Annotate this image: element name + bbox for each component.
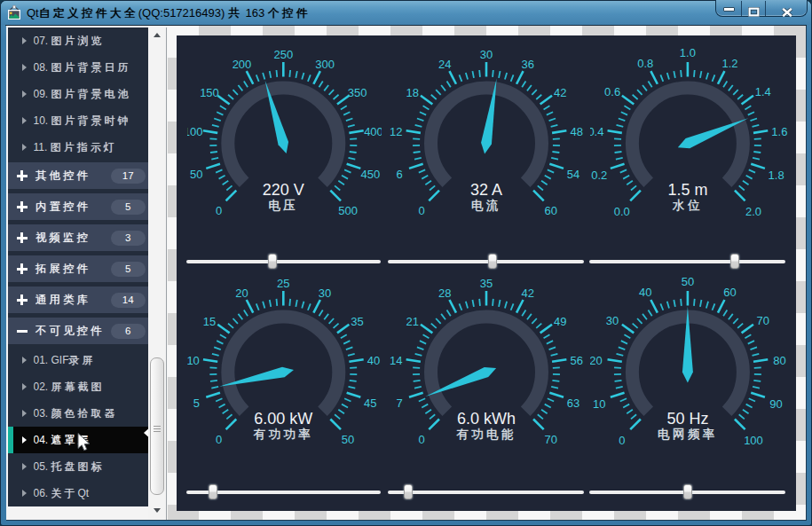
svg-text:150: 150 [200,86,219,99]
svg-text:水位: 水位 [671,199,702,212]
svg-text:25: 25 [277,277,289,290]
svg-text:200: 200 [233,58,252,71]
svg-text:49: 49 [554,315,566,328]
svg-text:0.2: 0.2 [591,169,607,182]
svg-text:50 Hz: 50 Hz [666,410,708,428]
svg-text:56: 56 [570,354,582,367]
svg-text:6.0 kWh: 6.0 kWh [457,410,516,428]
svg-text:21: 21 [406,315,418,328]
svg-text:40: 40 [367,354,380,367]
svg-text:0: 0 [419,204,425,217]
svg-text:0.4: 0.4 [590,125,603,138]
svg-text:350: 350 [348,86,367,99]
svg-text:10: 10 [187,354,200,367]
svg-text:36: 36 [522,58,534,71]
svg-text:80: 80 [773,354,785,367]
svg-text:30: 30 [605,314,618,327]
svg-text:12: 12 [390,125,402,138]
svg-text:50: 50 [681,275,693,288]
svg-text:300: 300 [315,58,335,71]
svg-text:0: 0 [619,434,625,447]
svg-text:50: 50 [190,168,202,181]
svg-text:400: 400 [364,125,381,138]
svg-text:有功电能: 有功电能 [456,428,516,441]
svg-text:35: 35 [351,315,363,328]
svg-text:0.0: 0.0 [613,205,629,218]
svg-text:5: 5 [193,396,200,410]
svg-text:6.00 kW: 6.00 kW [254,410,312,428]
svg-text:18: 18 [406,86,418,99]
svg-text:30: 30 [319,287,331,300]
svg-text:28: 28 [438,287,451,300]
svg-text:35: 35 [480,277,493,290]
svg-text:70: 70 [545,433,557,446]
svg-text:有功功率: 有功功率 [253,428,313,441]
svg-text:60: 60 [723,286,736,299]
svg-text:90: 90 [769,397,782,411]
svg-text:32 A: 32 A [470,181,502,199]
svg-text:1.2: 1.2 [721,57,737,70]
svg-text:40: 40 [639,286,651,299]
svg-text:54: 54 [567,168,579,181]
svg-text:250: 250 [273,48,293,61]
svg-text:450: 450 [360,168,380,181]
svg-text:50: 50 [342,433,354,446]
svg-text:2.0: 2.0 [745,205,761,218]
svg-text:45: 45 [364,396,376,410]
svg-text:电网频率: 电网频率 [658,428,718,441]
svg-text:1.5 m: 1.5 m [667,181,707,199]
svg-text:1.6: 1.6 [771,125,787,138]
svg-text:10: 10 [592,397,604,411]
svg-text:1.4: 1.4 [754,85,770,98]
svg-text:0: 0 [216,204,222,217]
svg-text:100: 100 [187,125,202,138]
svg-text:63: 63 [567,396,579,410]
svg-text:42: 42 [522,287,534,300]
svg-text:100: 100 [744,434,763,447]
svg-text:48: 48 [570,125,582,138]
svg-text:20: 20 [590,354,603,367]
svg-text:30: 30 [480,48,493,61]
svg-text:电流: 电流 [471,199,501,212]
svg-text:14: 14 [390,354,402,367]
svg-text:0: 0 [216,433,222,446]
svg-text:1.0: 1.0 [679,46,695,59]
svg-text:电压: 电压 [268,199,298,212]
svg-text:7: 7 [396,396,402,410]
svg-text:0.8: 0.8 [637,57,653,70]
svg-text:0.6: 0.6 [604,85,620,98]
svg-text:15: 15 [203,315,216,328]
svg-text:70: 70 [756,314,769,327]
svg-text:0: 0 [419,433,425,446]
svg-text:24: 24 [438,58,451,71]
svg-text:20: 20 [235,287,248,300]
svg-text:60: 60 [545,204,557,217]
svg-text:42: 42 [554,86,566,99]
svg-text:1.8: 1.8 [768,169,784,182]
svg-text:500: 500 [338,204,358,217]
svg-text:6: 6 [396,168,402,181]
svg-text:220 V: 220 V [263,181,304,199]
